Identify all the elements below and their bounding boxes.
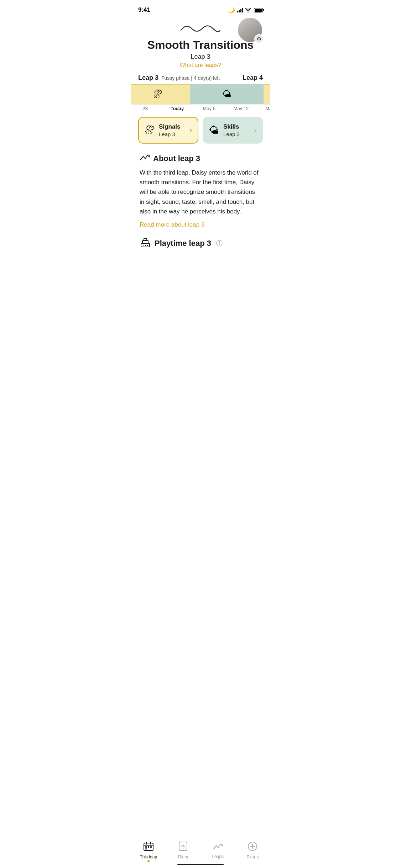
skills-card-title: Skills bbox=[223, 123, 250, 130]
read-more-link[interactable]: Read more about leap 3 bbox=[140, 221, 261, 228]
svg-rect-1 bbox=[142, 241, 148, 243]
signal-icon bbox=[237, 7, 243, 12]
timeline-segment-next: 🌤 bbox=[190, 84, 264, 104]
avatar-container[interactable]: ⚙ bbox=[238, 18, 263, 43]
playtime-section: Playtime leap 3 ⓘ bbox=[131, 234, 270, 257]
leap-current-info: Leap 3 Fussy phase | 4 day(s) left bbox=[138, 74, 220, 82]
playtime-info-icon[interactable]: ⓘ bbox=[216, 239, 223, 248]
status-bar: 9:41 🌙 bbox=[131, 0, 270, 18]
what-are-leaps-link[interactable]: What are leaps? bbox=[180, 62, 222, 68]
skills-card-subtitle: Leap 3 bbox=[223, 131, 250, 137]
wave-icon bbox=[179, 21, 222, 36]
next-leap-label: Leap 4 bbox=[243, 74, 263, 82]
skills-chevron-icon: › bbox=[254, 126, 256, 134]
skills-card-icon: 🌤 bbox=[209, 124, 219, 136]
battery-icon bbox=[254, 8, 263, 12]
skills-card[interactable]: 🌤 Skills Leap 3 › bbox=[203, 117, 263, 144]
header-area: ⚙ Smooth Transitions Leap 3 What are lea… bbox=[131, 18, 270, 74]
about-title-text: About leap 3 bbox=[153, 154, 200, 163]
moon-icon: 🌙 bbox=[228, 7, 235, 14]
playtime-title-text: Playtime leap 3 bbox=[155, 239, 211, 248]
svg-rect-2 bbox=[144, 238, 147, 241]
about-title-row: About leap 3 bbox=[140, 154, 261, 164]
signals-card-title: Signals bbox=[159, 123, 186, 130]
playtime-title-row: Playtime leap 3 ⓘ bbox=[140, 237, 261, 250]
date-may5: May 5 bbox=[193, 106, 225, 111]
date-labels: 28 Today May 5 May 12 May 19 bbox=[131, 104, 270, 113]
wifi-icon bbox=[245, 8, 251, 12]
fussy-info: Fussy phase | 4 day(s) left bbox=[161, 75, 220, 81]
date-28: 28 bbox=[131, 106, 161, 111]
signals-card-icon: ⛈ bbox=[145, 124, 155, 136]
current-leap-label: Leap 3 bbox=[138, 74, 158, 82]
signals-card-text: Signals Leap 3 bbox=[159, 123, 186, 137]
date-today: Today bbox=[161, 106, 193, 111]
date-may12: May 12 bbox=[225, 106, 257, 111]
leap-subtitle: Leap 3 bbox=[191, 53, 210, 61]
storm-timeline-icon: ⛈ bbox=[153, 89, 163, 100]
signals-chevron-icon: › bbox=[190, 126, 192, 134]
about-section: About leap 3 With the third leap, Daisy … bbox=[131, 148, 270, 234]
status-icons: 🌙 bbox=[228, 7, 263, 14]
playtime-icon bbox=[140, 237, 151, 250]
timeline-container[interactable]: ⛈ 🌤 28 Today May 5 May 12 May 19 bbox=[131, 84, 270, 113]
status-time: 9:41 bbox=[138, 6, 150, 14]
timeline-segment-future bbox=[264, 84, 270, 104]
signals-card[interactable]: ⛈ Signals Leap 3 › bbox=[138, 117, 198, 144]
settings-gear-icon[interactable]: ⚙ bbox=[254, 34, 264, 43]
skills-card-text: Skills Leap 3 bbox=[223, 123, 250, 137]
cards-row: ⛈ Signals Leap 3 › 🌤 Skills Leap 3 › bbox=[131, 113, 270, 148]
about-body: With the third leap, Daisy enters the wo… bbox=[140, 168, 261, 216]
timeline-segment-current: ⛈ bbox=[131, 84, 190, 104]
signals-card-subtitle: Leap 3 bbox=[159, 131, 186, 137]
cloudy-timeline-icon: 🌤 bbox=[222, 89, 231, 100]
about-title-icon bbox=[140, 154, 150, 164]
date-may19: May 19 bbox=[257, 106, 270, 111]
leap-header-row: Leap 3 Fussy phase | 4 day(s) left Leap … bbox=[131, 74, 270, 82]
timeline-bar: ⛈ 🌤 bbox=[131, 84, 270, 104]
